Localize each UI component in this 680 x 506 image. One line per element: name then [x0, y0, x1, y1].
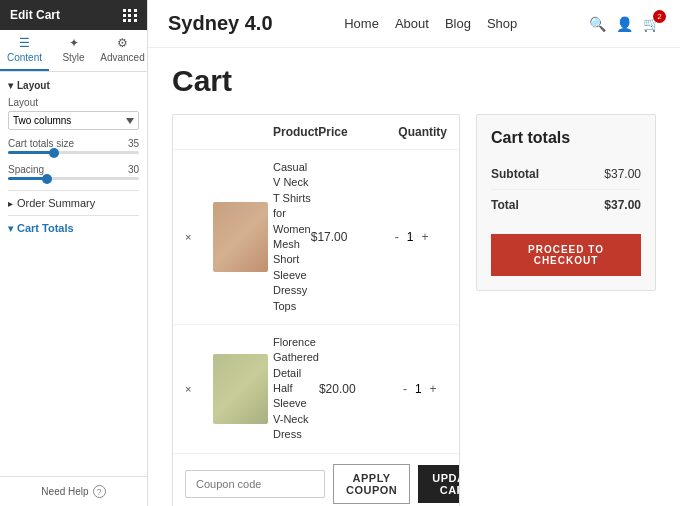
- header-remove: [185, 125, 213, 139]
- cart-totals-title: Cart totals: [491, 129, 641, 147]
- order-summary-label: Order Summary: [17, 197, 95, 209]
- tab-advanced[interactable]: ⚙ Advanced: [98, 30, 147, 71]
- tab-advanced-label: Advanced: [100, 52, 144, 63]
- qty-minus-2[interactable]: -: [399, 380, 411, 398]
- spacing-track[interactable]: [8, 177, 139, 180]
- nav-blog[interactable]: Blog: [445, 16, 471, 31]
- table-row: × Florence Gathered Detail Half Sleeve V…: [173, 325, 459, 454]
- edit-panel: Edit Cart ☰ Content ✦ Style ⚙ Advanced L…: [0, 0, 148, 506]
- style-icon: ✦: [69, 36, 79, 50]
- table-row: × Casual V Neck T Shirts for Women Mesh …: [173, 150, 459, 325]
- subtotal-amount: $37.00: [604, 167, 641, 181]
- layout-label: Layout: [8, 97, 139, 108]
- nav-icons: 🔍 👤 🛒 2: [589, 16, 660, 32]
- checkout-button[interactable]: PROCEED TO CHECKOUT: [491, 234, 641, 276]
- top-nav: Sydney 4.0 Home About Blog Shop 🔍 👤 🛒 2: [148, 0, 680, 48]
- cart-badge: 2: [653, 10, 666, 23]
- cart-icon[interactable]: 🛒 2: [643, 16, 660, 32]
- need-help-text: Need Help: [41, 486, 88, 497]
- tab-style-label: Style: [62, 52, 84, 63]
- update-cart-button[interactable]: UPDATE CART: [418, 465, 460, 503]
- product-name-1: Casual V Neck T Shirts for Women Mesh Sh…: [273, 160, 311, 314]
- cart-table: Product Price Quantity Subtotal × Casual…: [172, 114, 460, 506]
- cart-totals-size-value: 35: [128, 138, 139, 149]
- need-help[interactable]: Need Help ?: [0, 476, 147, 506]
- apply-coupon-button[interactable]: APPLY COUPON: [333, 464, 410, 504]
- header-quantity: Quantity: [398, 125, 460, 139]
- qty-control-1: - 1 +: [391, 228, 460, 246]
- panel-tabs: ☰ Content ✦ Style ⚙ Advanced: [0, 30, 147, 72]
- nav-shop[interactable]: Shop: [487, 16, 517, 31]
- accordion-cart-totals[interactable]: Cart Totals: [8, 215, 139, 240]
- panel-body: Layout Layout Two columns One column Car…: [0, 72, 147, 476]
- table-header: Product Price Quantity Subtotal: [173, 115, 459, 150]
- remove-btn-2[interactable]: ×: [185, 383, 213, 395]
- layout-select[interactable]: Two columns One column: [8, 111, 139, 130]
- tab-content[interactable]: ☰ Content: [0, 30, 49, 71]
- cart-totals-size-track[interactable]: [8, 151, 139, 154]
- help-icon: ?: [93, 485, 106, 498]
- qty-control-2: - 1 +: [399, 380, 460, 398]
- price-1: $17.00: [311, 230, 391, 244]
- user-icon[interactable]: 👤: [616, 16, 633, 32]
- page-title: Cart: [172, 64, 656, 98]
- product-name-2: Florence Gathered Detail Half Sleeve V-N…: [273, 335, 319, 443]
- layout-section-title: Layout: [8, 80, 139, 91]
- panel-title: Edit Cart: [10, 8, 60, 22]
- tab-style[interactable]: ✦ Style: [49, 30, 98, 71]
- main-content: Sydney 4.0 Home About Blog Shop 🔍 👤 🛒 2 …: [148, 0, 680, 506]
- spacing-label: Spacing: [8, 164, 44, 175]
- site-title: Sydney 4.0: [168, 12, 273, 35]
- content-icon: ☰: [19, 36, 30, 50]
- cart-totals-size-label: Cart totals size: [8, 138, 74, 149]
- qty-val-2[interactable]: 1: [415, 382, 422, 396]
- advanced-icon: ⚙: [117, 36, 128, 50]
- product-image-2: [213, 354, 268, 424]
- coupon-row: APPLY COUPON UPDATE CART: [173, 454, 459, 506]
- tab-content-label: Content: [7, 52, 42, 63]
- subtotal-label: Subtotal: [491, 167, 539, 181]
- total-amount: $37.00: [604, 198, 641, 212]
- qty-plus-1[interactable]: +: [417, 228, 432, 246]
- product-image-1: [213, 202, 268, 272]
- cart-totals-panel: Cart totals Subtotal $37.00 Total $37.00…: [476, 114, 656, 291]
- header-product: Product: [273, 125, 318, 139]
- qty-plus-2[interactable]: +: [426, 380, 441, 398]
- total-row: Total $37.00: [491, 190, 641, 220]
- total-label: Total: [491, 198, 519, 212]
- cart-totals-size-row: Cart totals size 35: [8, 138, 139, 154]
- accordion-order-summary[interactable]: Order Summary: [8, 190, 139, 215]
- nav-links: Home About Blog Shop: [344, 16, 517, 31]
- grid-icon: [123, 9, 137, 22]
- page-content: Cart Product Price Quantity Subtotal × C…: [148, 48, 680, 506]
- panel-header: Edit Cart: [0, 0, 147, 30]
- subtotal-row: Subtotal $37.00: [491, 159, 641, 190]
- remove-btn-1[interactable]: ×: [185, 231, 213, 243]
- nav-about[interactable]: About: [395, 16, 429, 31]
- qty-val-1[interactable]: 1: [407, 230, 414, 244]
- price-2: $20.00: [319, 382, 399, 396]
- search-icon[interactable]: 🔍: [589, 16, 606, 32]
- cart-totals-label: Cart Totals: [17, 222, 74, 234]
- spacing-section: Spacing 30: [8, 164, 139, 180]
- nav-home[interactable]: Home: [344, 16, 379, 31]
- coupon-input[interactable]: [185, 470, 325, 498]
- header-img: [213, 125, 273, 139]
- qty-minus-1[interactable]: -: [391, 228, 403, 246]
- spacing-value: 30: [128, 164, 139, 175]
- header-price: Price: [318, 125, 398, 139]
- cart-layout: Product Price Quantity Subtotal × Casual…: [172, 114, 656, 506]
- layout-row: Layout Two columns One column: [8, 97, 139, 130]
